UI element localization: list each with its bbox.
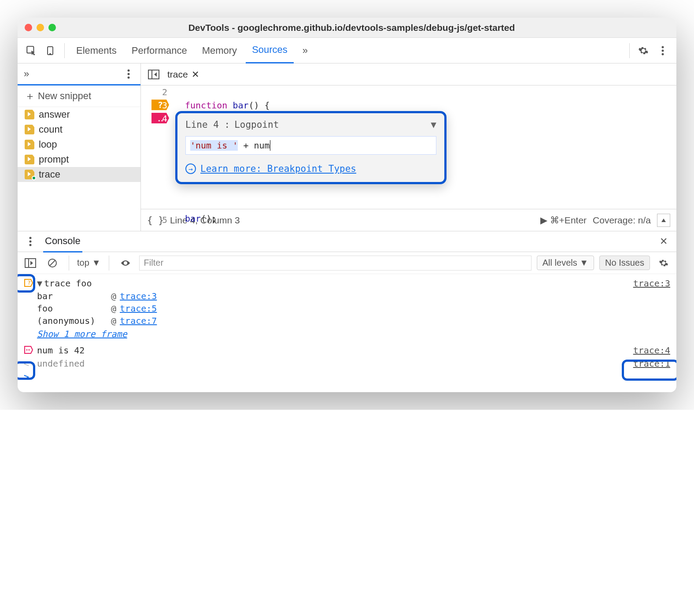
coverage-status: Coverage: n/a	[593, 215, 651, 226]
context-selector[interactable]: top ▼	[77, 258, 101, 268]
console-settings-icon[interactable]	[655, 255, 672, 271]
source-link[interactable]: trace:3	[120, 291, 157, 301]
chevron-down-icon: ▼	[92, 258, 101, 268]
console-output[interactable]: ? ▼ trace foo trace:3 bar@trace:3 foo@tr…	[18, 274, 676, 392]
svg-point-6	[128, 69, 130, 71]
logpoint-badge-icon	[24, 345, 37, 356]
svg-point-20	[29, 349, 30, 351]
separator	[629, 43, 630, 58]
disclosure-triangle-icon[interactable]: ▼	[37, 278, 42, 289]
show-more-frames-link[interactable]: Show 1 more frame	[24, 327, 670, 344]
device-toolbar-icon[interactable]	[42, 42, 59, 59]
separator	[64, 43, 65, 58]
live-expression-icon[interactable]	[117, 255, 134, 271]
drawer-menu-icon[interactable]	[22, 233, 39, 250]
devtools-window: DevTools - googlechrome.github.io/devtoo…	[18, 18, 676, 392]
snippet-icon	[25, 110, 34, 119]
console-prompt[interactable]: >	[24, 370, 670, 383]
source-link[interactable]: trace:3	[633, 278, 670, 289]
svg-point-12	[30, 241, 32, 243]
file-label: answer	[39, 109, 70, 120]
editor-tab-trace[interactable]: trace ✕	[167, 69, 199, 80]
stack-trace: bar@trace:3 foo@trace:5 (anonymous)@trac…	[24, 290, 670, 327]
drawer-tab-console[interactable]: Console	[43, 231, 82, 252]
window-close-button[interactable]	[25, 24, 32, 31]
window-minimize-button[interactable]	[37, 24, 44, 31]
stack-frame[interactable]: foo@trace:5	[37, 302, 670, 315]
navigator-pane: » ＋ New snippet answer count loop prompt…	[18, 63, 141, 231]
show-navigator-icon[interactable]	[145, 66, 162, 83]
clear-console-icon[interactable]	[44, 255, 61, 271]
filter-placeholder: Filter	[144, 258, 163, 268]
navigator-tabs-overflow[interactable]: »	[24, 68, 29, 80]
console-message: undefined	[37, 358, 633, 369]
console-toolbar: top ▼ Filter All levels ▼ No Issues	[18, 252, 676, 274]
svg-rect-9	[148, 70, 159, 79]
console-row-logpoint[interactable]: num is 42 trace:4	[24, 344, 670, 357]
console-filter-input[interactable]: Filter	[139, 256, 532, 271]
drawer-header: Console ✕	[18, 231, 676, 252]
svg-point-19	[26, 349, 28, 351]
close-tab-icon[interactable]: ✕	[192, 69, 199, 80]
svg-point-11	[30, 237, 32, 239]
snippet-icon	[25, 140, 34, 149]
file-answer[interactable]: answer	[18, 107, 140, 122]
editor-pane: trace ✕ 2 ?3 ‥4 5 function bar() { let n…	[141, 63, 676, 231]
settings-icon[interactable]	[635, 42, 652, 59]
file-label: trace	[39, 169, 60, 180]
svg-point-7	[128, 73, 130, 75]
line-gutter[interactable]: 2 ?3 ‥4 5	[141, 85, 172, 226]
new-snippet-button[interactable]: ＋ New snippet	[18, 85, 140, 107]
file-loop[interactable]: loop	[18, 137, 140, 152]
tab-elements[interactable]: Elements	[70, 38, 123, 63]
file-count[interactable]: count	[18, 122, 140, 137]
logpoint-expression-input[interactable]: 'num is ' + num​	[185, 136, 436, 155]
console-row-trace[interactable]: ? ▼ trace foo trace:3	[24, 277, 670, 290]
tab-sources[interactable]: Sources	[246, 38, 294, 63]
source-link[interactable]: trace:1	[633, 358, 670, 369]
console-row-result[interactable]: <· undefined trace:1	[24, 357, 670, 370]
panel-tabstrip: Elements Performance Memory Sources »	[18, 38, 676, 63]
new-snippet-label: New snippet	[38, 90, 91, 102]
file-label: loop	[39, 139, 57, 150]
navigator-menu-icon[interactable]	[120, 66, 137, 82]
separator	[109, 256, 109, 271]
file-trace[interactable]: trace	[18, 167, 140, 182]
code-editor[interactable]: 2 ?3 ‥4 5 function bar() { let num = 42;…	[141, 85, 676, 209]
expression-tail: + num	[238, 140, 269, 151]
source-link[interactable]: trace:7	[120, 315, 157, 326]
tab-memory[interactable]: Memory	[196, 38, 243, 63]
dropdown-arrow-icon[interactable]: ▼	[431, 119, 436, 130]
log-levels-select[interactable]: All levels ▼	[537, 256, 594, 270]
console-sidebar-toggle-icon[interactable]	[22, 255, 39, 271]
tab-performance[interactable]: Performance	[126, 38, 193, 63]
svg-point-8	[128, 76, 130, 78]
window-zoom-button[interactable]	[48, 24, 56, 31]
file-label: count	[39, 124, 63, 135]
run-snippet-button[interactable]: ▶ ⌘+Enter	[540, 215, 587, 226]
tabs-overflow[interactable]: »	[296, 38, 314, 63]
svg-point-4	[662, 49, 664, 52]
toggle-details-icon[interactable]	[657, 214, 670, 227]
modified-dot-icon	[32, 176, 36, 180]
code-line-5: bar();	[185, 213, 217, 224]
close-drawer-icon[interactable]: ✕	[655, 233, 672, 250]
svg-text:?: ?	[27, 279, 31, 286]
stack-frame[interactable]: bar@trace:3	[37, 290, 670, 302]
stack-frame[interactable]: (anonymous)@trace:7	[37, 315, 670, 327]
issues-button[interactable]: No Issues	[599, 256, 650, 270]
inspect-icon[interactable]	[23, 42, 40, 59]
console-message: trace foo	[44, 278, 633, 289]
learn-more-link[interactable]: Learn more: Breakpoint Types	[200, 163, 356, 174]
plus-icon: ＋	[25, 89, 35, 103]
breakpoint-type-select[interactable]: Logpoint	[234, 119, 279, 130]
svg-line-17	[50, 260, 55, 266]
window-title: DevTools - googlechrome.github.io/devtoo…	[60, 22, 643, 33]
snippet-icon	[25, 125, 34, 134]
source-link[interactable]: trace:4	[633, 345, 670, 356]
snippet-icon	[25, 155, 34, 164]
more-menu-icon[interactable]	[654, 42, 671, 59]
source-link[interactable]: trace:5	[120, 303, 157, 314]
file-prompt[interactable]: prompt	[18, 152, 140, 167]
trace-badge-icon: ?	[24, 278, 37, 289]
